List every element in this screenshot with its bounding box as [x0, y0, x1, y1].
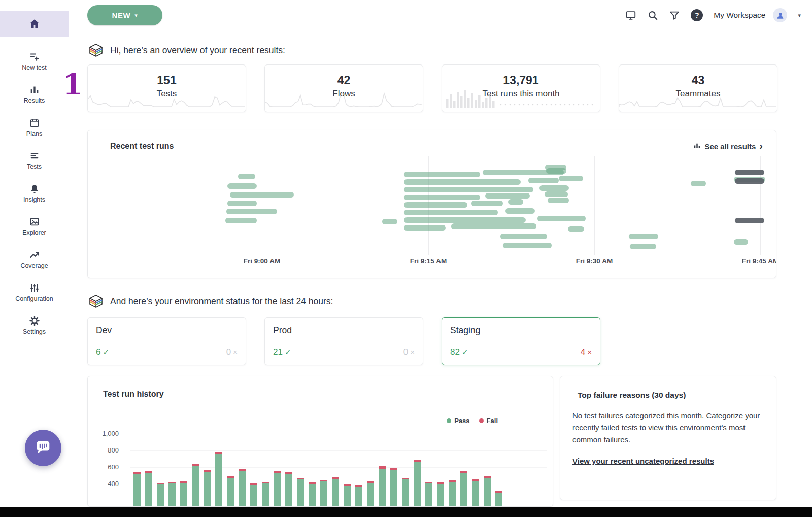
history-pass-segment[interactable]	[145, 473, 152, 507]
test-run-bar[interactable]	[735, 218, 764, 223]
chat-bubble-icon	[35, 438, 52, 458]
test-run-bar[interactable]	[546, 168, 566, 174]
history-pass-segment[interactable]	[449, 482, 456, 507]
sidebar-item-tests[interactable]: Tests	[0, 144, 69, 177]
sidebar-item-results[interactable]: Results	[0, 78, 69, 111]
stat-card-test-runs-this-month[interactable]: 13,791Test runs this month	[442, 64, 600, 112]
environment-card-prod[interactable]: Prod21✓0×	[264, 317, 423, 365]
test-run-bar[interactable]	[500, 234, 547, 239]
test-run-bar[interactable]	[503, 243, 552, 248]
history-pass-segment[interactable]	[332, 479, 339, 507]
sidebar-item-insights[interactable]: Insights	[0, 177, 69, 210]
test-run-bar[interactable]	[404, 187, 533, 192]
environment-card-dev[interactable]: Dev6✓0×	[87, 317, 246, 365]
sidebar-item-settings[interactable]: Settings	[0, 309, 69, 342]
test-run-bar[interactable]	[451, 223, 536, 229]
history-pass-segment[interactable]	[355, 487, 362, 507]
test-run-bar[interactable]	[537, 216, 586, 221]
history-pass-segment[interactable]	[227, 478, 234, 507]
history-pass-segment[interactable]	[425, 483, 432, 507]
test-run-bar[interactable]	[238, 174, 255, 179]
environment-card-staging[interactable]: Staging82✓4×	[442, 317, 600, 365]
history-pass-segment[interactable]	[180, 483, 187, 507]
test-run-bar[interactable]	[735, 178, 764, 184]
history-pass-segment[interactable]	[274, 473, 281, 507]
stat-card-flows[interactable]: 42Flows	[264, 64, 423, 112]
sidebar-item-explorer[interactable]: Explorer	[0, 210, 69, 243]
history-pass-segment[interactable]	[215, 454, 222, 507]
history-pass-segment[interactable]	[367, 483, 374, 507]
test-run-bar[interactable]	[404, 172, 480, 177]
test-run-bar[interactable]	[545, 191, 568, 197]
test-run-bar[interactable]	[227, 201, 257, 206]
history-pass-segment[interactable]	[402, 479, 409, 507]
plans-icon	[29, 117, 40, 128]
avatar[interactable]	[773, 8, 787, 22]
test-run-bar[interactable]	[559, 176, 583, 181]
filter-icon[interactable]	[669, 10, 680, 21]
test-run-bar[interactable]	[485, 193, 530, 199]
test-run-bar[interactable]	[528, 178, 559, 183]
test-run-bar[interactable]	[404, 202, 467, 208]
workspace-label[interactable]: My Workspace	[714, 11, 765, 20]
workspace-caret-icon[interactable]: ▾	[798, 12, 801, 19]
history-pass-segment[interactable]	[250, 485, 257, 507]
test-run-bar[interactable]	[548, 198, 569, 203]
test-run-bar[interactable]	[734, 239, 748, 245]
history-pass-segment[interactable]	[309, 484, 316, 507]
test-run-bar[interactable]	[226, 209, 277, 214]
history-pass-segment[interactable]	[379, 469, 386, 507]
history-pass-segment[interactable]	[390, 470, 397, 507]
sidebar-item-plans[interactable]: Plans	[0, 111, 69, 144]
stat-card-teammates[interactable]: 43Teammates	[619, 64, 777, 112]
test-run-bar[interactable]	[568, 226, 584, 232]
history-pass-segment[interactable]	[297, 479, 304, 507]
sidebar-item-configuration[interactable]: Configuration	[0, 276, 69, 309]
sidebar-item-coverage[interactable]: Coverage	[0, 243, 69, 276]
history-pass-segment[interactable]	[157, 484, 164, 507]
history-pass-segment[interactable]	[414, 462, 421, 507]
sidebar-item-new-test[interactable]: New test	[0, 45, 69, 78]
history-pass-segment[interactable]	[460, 473, 467, 507]
history-pass-segment[interactable]	[495, 493, 502, 507]
test-run-bar[interactable]	[691, 181, 706, 186]
history-pass-segment[interactable]	[133, 474, 141, 507]
history-pass-segment[interactable]	[239, 471, 246, 507]
environment-fail-count: 4×	[581, 347, 592, 358]
test-run-bar[interactable]	[230, 192, 294, 198]
history-pass-segment[interactable]	[285, 474, 292, 507]
chat-widget-button[interactable]	[25, 430, 61, 466]
stat-card-tests[interactable]: 151Tests	[87, 64, 246, 112]
history-pass-segment[interactable]	[437, 484, 444, 507]
search-icon[interactable]	[647, 10, 658, 21]
uncategorized-results-link[interactable]: View your recent uncategorized results	[572, 457, 714, 465]
test-run-bar[interactable]	[225, 218, 257, 223]
history-pass-segment[interactable]	[262, 483, 269, 507]
test-run-bar[interactable]	[539, 185, 569, 191]
test-run-bar[interactable]	[404, 217, 526, 223]
sidebar-item-label: New test	[22, 64, 47, 71]
test-run-bar[interactable]	[508, 199, 523, 205]
sidebar-item-home[interactable]	[0, 11, 69, 37]
test-run-bar[interactable]	[404, 210, 498, 215]
test-run-bar[interactable]	[227, 183, 257, 189]
history-pass-segment[interactable]	[472, 481, 479, 507]
history-pass-segment[interactable]	[484, 478, 491, 507]
test-run-bar[interactable]	[404, 225, 446, 231]
test-run-bar[interactable]	[404, 195, 480, 200]
monitor-icon[interactable]	[625, 10, 636, 21]
history-pass-segment[interactable]	[344, 486, 351, 507]
new-button[interactable]: NEW ▾	[87, 5, 162, 25]
test-run-bar[interactable]	[630, 244, 656, 249]
history-pass-segment[interactable]	[168, 483, 176, 507]
test-run-bar[interactable]	[735, 170, 764, 175]
history-pass-segment[interactable]	[192, 466, 199, 507]
help-icon[interactable]: ?	[691, 9, 703, 21]
history-pass-segment[interactable]	[204, 472, 211, 507]
test-run-bar[interactable]	[505, 208, 535, 214]
test-run-bar[interactable]	[382, 219, 397, 224]
history-pass-segment[interactable]	[320, 481, 327, 507]
test-run-bar[interactable]	[471, 201, 503, 206]
test-run-bar[interactable]	[629, 234, 658, 239]
test-run-bar[interactable]	[404, 179, 521, 185]
